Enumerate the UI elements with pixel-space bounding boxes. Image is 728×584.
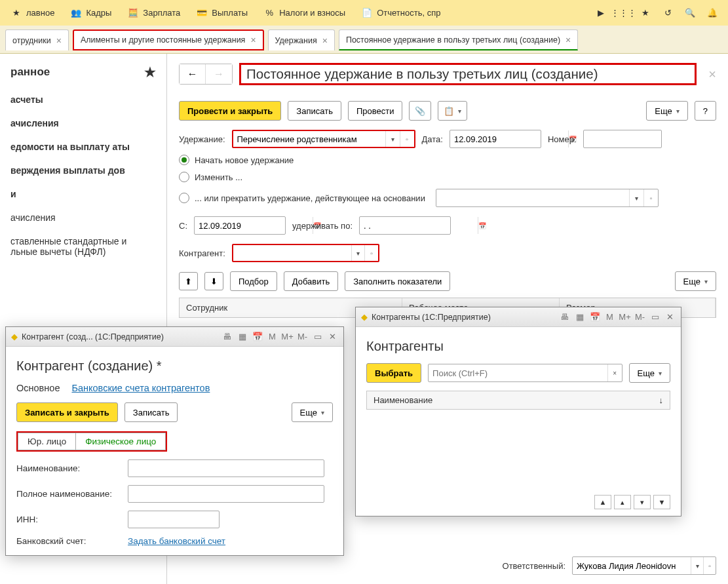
- move-down-button[interactable]: ⬇: [204, 272, 223, 290]
- zapisat-button[interactable]: Записать: [288, 101, 341, 121]
- tab-uderzhaniya[interactable]: Удержания×: [268, 29, 335, 50]
- close-icon[interactable]: ✕: [664, 311, 676, 322]
- open-icon[interactable]: ▫: [400, 131, 414, 147]
- dropdown-icon[interactable]: ▾: [385, 131, 400, 147]
- sidebar-item[interactable]: ачисления: [8, 111, 159, 135]
- apps-icon[interactable]: ⋮⋮⋮: [617, 7, 630, 20]
- sidebar-item[interactable]: едомости на выплату аты: [8, 135, 159, 159]
- actions-button[interactable]: 📋▾: [438, 101, 467, 121]
- dropdown-icon[interactable]: ▾: [691, 557, 703, 574]
- scroll-down-icon[interactable]: ▾: [634, 495, 651, 509]
- fullname-input[interactable]: [128, 485, 324, 503]
- seg-jur[interactable]: Юр. лицо: [18, 433, 76, 450]
- close-icon[interactable]: ×: [56, 36, 62, 45]
- number-input[interactable]: [584, 130, 702, 147]
- sidebar-item[interactable]: асчеты: [8, 88, 159, 111]
- close-icon[interactable]: ✕: [327, 331, 338, 342]
- sidebar-item[interactable]: ставленные стандартные и льные вычеты (Н…: [8, 229, 159, 263]
- grid-icon[interactable]: ▦: [574, 311, 585, 322]
- podbor-button[interactable]: Подбор: [230, 271, 277, 291]
- nav-otchet[interactable]: 📄Отчетность, спр: [353, 0, 448, 26]
- tab-alimenty[interactable]: Алименты и другие постоянные удержания×: [73, 29, 264, 50]
- close-icon[interactable]: ×: [250, 35, 256, 45]
- more-button[interactable]: Еще▾: [675, 271, 716, 291]
- star-icon[interactable]: ★: [639, 7, 652, 20]
- scroll-top-icon[interactable]: ▲: [594, 495, 611, 509]
- calendar-icon[interactable]: 📅: [478, 217, 486, 234]
- tab-sotrudniki[interactable]: отрудники×: [5, 29, 69, 50]
- provesti-zakryt-button[interactable]: Провести и закрыть: [179, 101, 281, 121]
- more-button[interactable]: Еще▾: [629, 363, 670, 383]
- tab-bank-accounts[interactable]: Банковские счета контрагентов: [71, 383, 210, 393]
- dropdown-icon[interactable]: ▾: [629, 189, 643, 206]
- calendar-icon[interactable]: 📅: [252, 331, 263, 342]
- open-icon[interactable]: ▫: [364, 245, 378, 261]
- nav-vyplaty[interactable]: 💳Выплаты: [188, 0, 256, 26]
- mplus-icon[interactable]: M+: [619, 311, 630, 322]
- clear-icon[interactable]: ×: [607, 364, 622, 381]
- dropdown-icon[interactable]: ▾: [351, 245, 365, 261]
- radio-change[interactable]: Изменить ...: [179, 172, 716, 182]
- radio-icon[interactable]: [179, 193, 189, 203]
- provesti-button[interactable]: Провести: [348, 101, 403, 121]
- select-button[interactable]: Выбрать: [366, 363, 421, 383]
- list-header[interactable]: Наименование ↓: [366, 391, 670, 410]
- scroll-up-icon[interactable]: ▴: [614, 495, 631, 509]
- zapolnit-button[interactable]: Заполнить показатели: [345, 271, 450, 291]
- name-input[interactable]: [128, 459, 324, 477]
- grid-icon[interactable]: ▦: [237, 331, 248, 342]
- move-up-button[interactable]: ⬆: [179, 272, 198, 290]
- help-button[interactable]: ?: [695, 101, 716, 121]
- search-field[interactable]: ×: [428, 364, 622, 382]
- date-to-field[interactable]: 📅: [359, 216, 451, 235]
- tab-postoyannoe[interactable]: Постоянное удержание в пользу третьих ли…: [339, 29, 578, 50]
- responsible-field[interactable]: ▾ ▫: [572, 556, 716, 575]
- search-icon[interactable]: 🔍: [683, 7, 697, 20]
- print-icon[interactable]: 🖶: [221, 331, 233, 342]
- search-input[interactable]: [429, 364, 607, 381]
- minimize-icon[interactable]: ▭: [649, 311, 661, 322]
- radio-icon[interactable]: [179, 172, 189, 182]
- history-icon[interactable]: ↺: [661, 7, 674, 20]
- tab-osnovnoe[interactable]: Основное: [16, 383, 60, 393]
- radio-icon[interactable]: [179, 155, 189, 165]
- nav-home[interactable]: ★лавное: [3, 0, 62, 26]
- zapisat-button[interactable]: Записать: [125, 402, 178, 422]
- kontragent-field[interactable]: ▾ ▫: [232, 244, 379, 262]
- seg-fiz[interactable]: Физическое лицо: [76, 433, 166, 450]
- forward-button[interactable]: →: [206, 64, 232, 84]
- uderzhanie-input[interactable]: [233, 131, 385, 147]
- nav-nalogi[interactable]: %Налоги и взносы: [256, 0, 353, 26]
- date-from-field[interactable]: 📅: [194, 216, 286, 235]
- radio-start[interactable]: Начать новое удержание: [179, 155, 716, 165]
- window-titlebar[interactable]: ◆ Контрагенты (1С:Предприятие) 🖶 ▦ 📅 M M…: [356, 307, 681, 327]
- radio-stop[interactable]: ... или прекратить удержание, действующе…: [179, 189, 716, 207]
- more-icon[interactable]: ▶: [594, 7, 607, 20]
- more-button[interactable]: Еще▾: [646, 101, 687, 121]
- back-button[interactable]: ←: [180, 64, 206, 84]
- close-icon[interactable]: ×: [565, 35, 571, 45]
- inn-input[interactable]: [128, 511, 220, 528]
- close-icon[interactable]: ×: [322, 36, 328, 45]
- calendar-icon[interactable]: 📅: [589, 311, 600, 322]
- mminus-icon[interactable]: M-: [297, 331, 308, 342]
- mplus-icon[interactable]: M+: [282, 331, 293, 342]
- basis-field[interactable]: ▾ ▫: [436, 189, 659, 207]
- close-icon[interactable]: ×: [708, 67, 716, 82]
- nav-zarplata[interactable]: 🧮Зарплата: [119, 0, 188, 26]
- m-icon[interactable]: M: [604, 311, 615, 322]
- attach-button[interactable]: 📎: [409, 101, 431, 121]
- more-button[interactable]: Еще▾: [292, 402, 333, 422]
- sidebar-item[interactable]: ачисления: [8, 206, 159, 229]
- sidebar-item[interactable]: верждения выплаты дов: [8, 159, 159, 182]
- star-icon[interactable]: ★: [144, 64, 156, 80]
- uderzhanie-field[interactable]: ▾ ▫: [232, 130, 415, 148]
- scroll-bottom-icon[interactable]: ▼: [653, 495, 670, 509]
- mminus-icon[interactable]: M-: [634, 311, 645, 322]
- sidebar-item[interactable]: и: [8, 182, 159, 206]
- minimize-icon[interactable]: ▭: [312, 331, 323, 342]
- print-icon[interactable]: 🖶: [559, 311, 570, 322]
- m-icon[interactable]: M: [267, 331, 278, 342]
- basis-input[interactable]: [436, 189, 629, 206]
- kontragent-input[interactable]: [233, 245, 351, 261]
